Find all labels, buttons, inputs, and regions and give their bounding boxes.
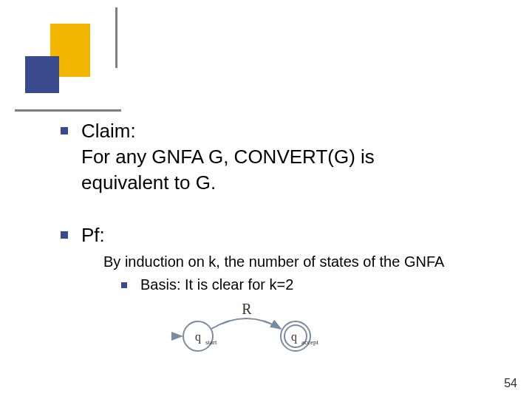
decor-hline [15, 109, 121, 112]
start-label-q: q [195, 330, 201, 344]
start-label-sub: start [205, 338, 217, 346]
proof-block: Pf: By induction on k, the number of sta… [59, 222, 502, 366]
pf-label: Pf: [81, 222, 502, 248]
claim-line3: equivalent to G. [81, 171, 216, 194]
page-number: 54 [504, 377, 517, 390]
claim-line1: Claim: [81, 120, 136, 142]
gnfa-diagram: R q start q accept [170, 304, 502, 366]
bullet-icon [121, 282, 127, 288]
bullet-icon [61, 231, 68, 239]
decor-blue-square [25, 56, 59, 93]
edge-label: R [242, 304, 252, 317]
accept-label-sub: accept [301, 338, 318, 346]
induction-text: By induction on k, the number of states … [103, 251, 502, 272]
accept-label-q: q [291, 330, 297, 344]
slide-content: Claim: For any GNFA G, CONVERT(G) is equ… [59, 118, 502, 392]
decor-vline [115, 7, 117, 68]
claim-block: Claim: For any GNFA G, CONVERT(G) is equ… [59, 118, 502, 196]
claim-line2: For any GNFA G, CONVERT(G) is [81, 146, 375, 168]
slide-corner-decoration [0, 0, 148, 118]
edge-arc [211, 318, 281, 329]
basis-text: Basis: It is clear for k=2 [140, 276, 293, 293]
gnfa-svg: R q start q accept [170, 304, 340, 363]
bullet-icon [61, 127, 68, 134]
basis-row: Basis: It is clear for k=2 [121, 276, 502, 293]
